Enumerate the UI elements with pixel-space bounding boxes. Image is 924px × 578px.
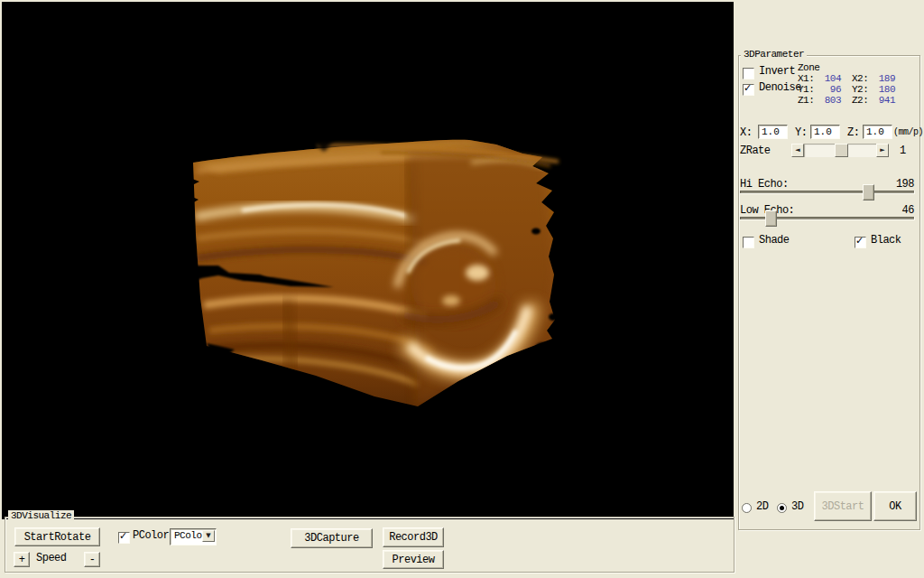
zone-z1-label: Z1: (798, 95, 814, 107)
ultrasound-3d-app: 3DParameter Invert Denoise Zone X1: 104 … (0, 0, 924, 578)
arrow-right-icon: ► (880, 146, 884, 154)
black-label: Black (871, 235, 901, 247)
pcolor-checkbox-label: PColor (133, 530, 169, 542)
mode-3d-label: 3D (791, 501, 803, 513)
speed-label: Speed (36, 553, 67, 564)
denoise-label: Denoise (759, 82, 801, 94)
z-scale-input[interactable] (863, 125, 892, 139)
volume-render-3d (2, 2, 734, 519)
ok-button[interactable]: OK (873, 491, 917, 521)
denoise-checkbox[interactable] (743, 84, 754, 96)
record3d-button[interactable]: Record3D (383, 527, 444, 547)
chevron-down-icon: ▼ (206, 532, 210, 539)
speed-minus-button[interactable]: - (84, 552, 100, 567)
capture3d-button[interactable]: 3DCapture (291, 528, 373, 548)
mode-3d-radio[interactable] (777, 503, 787, 513)
preview-button[interactable]: Preview (383, 550, 444, 569)
speed-plus-button[interactable]: + (14, 552, 30, 567)
mode-2d-radio[interactable] (742, 503, 752, 513)
shade-checkbox[interactable] (743, 237, 754, 248)
pcolor-dropdown-button[interactable]: ▼ (202, 530, 215, 542)
param-group-title: 3DParameter (741, 49, 807, 60)
start3d-button[interactable]: 3DStart (814, 491, 872, 521)
black-checkbox[interactable] (855, 237, 866, 248)
scale-unit-label: (mm/p) (893, 126, 923, 138)
zrate-right-arrow[interactable]: ► (876, 144, 889, 157)
pcolor-dropdown[interactable]: PColor ▼ (170, 528, 217, 545)
x-scale-label: X: (740, 127, 752, 139)
visualize-group-title: 3DVisualize (8, 510, 74, 521)
low-echo-value: 46 (889, 205, 914, 217)
zone-z2-value: 941 (868, 95, 895, 107)
x-scale-input[interactable] (758, 125, 788, 139)
pcolor-checkbox[interactable] (118, 532, 130, 544)
zone-z2-label: Z2: (852, 95, 868, 107)
low-echo-slider-thumb[interactable] (765, 210, 777, 227)
hi-echo-value: 198 (889, 179, 914, 191)
z-scale-label: Z: (847, 127, 859, 139)
zrate-value: 1 (900, 145, 906, 157)
hi-echo-slider-track[interactable] (740, 191, 915, 194)
hi-echo-label: Hi Echo: (740, 179, 789, 191)
zrate-label: ZRate (740, 145, 771, 157)
y-scale-label: Y: (795, 127, 807, 139)
zrate-left-arrow[interactable]: ◄ (791, 144, 804, 157)
arrow-left-icon: ◄ (795, 146, 799, 154)
3d-viewport[interactable] (2, 2, 734, 519)
zrate-thumb[interactable] (835, 144, 848, 157)
hi-echo-slider-thumb[interactable] (863, 184, 874, 200)
invert-label: Invert (759, 66, 795, 78)
start-rotate-button[interactable]: StartRotate (14, 527, 100, 546)
zone-z1-value: 803 (814, 95, 841, 107)
y-scale-input[interactable] (810, 125, 840, 139)
invert-checkbox[interactable] (743, 68, 754, 79)
zrate-scrollbar: ◄ ► (791, 144, 889, 157)
shade-label: Shade (759, 235, 790, 247)
zrate-track[interactable] (804, 144, 876, 157)
mode-2d-label: 2D (756, 501, 768, 513)
